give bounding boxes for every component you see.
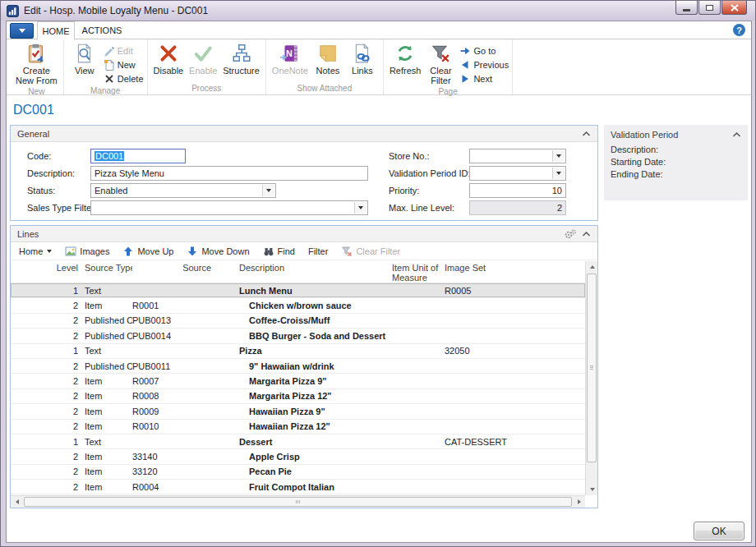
validation-period-id-dropdown-button[interactable] (552, 168, 565, 179)
lines-home-label: Home (19, 246, 43, 256)
table-row[interactable]: 2 Item R0001 Chicken w/brown sauce (11, 298, 585, 313)
table-row[interactable]: 2 Item 33140 Apple Crisp (11, 449, 585, 464)
cell-level: 2 (16, 452, 78, 462)
refresh-button[interactable]: Refresh (387, 41, 424, 76)
disable-button[interactable]: Disable (151, 41, 187, 76)
store-no-dropdown-button[interactable] (552, 150, 565, 162)
cell-source: 33120 (132, 467, 219, 476)
clear-filter-icon (341, 246, 353, 257)
create-new-from-button[interactable]: CreateNew From (13, 41, 60, 86)
table-row[interactable]: 2 Published Offer PUB0014 BBQ Burger - S… (11, 329, 585, 343)
titlebar[interactable]: Edit - Hosp. Mobile Loyalty Menu - DC001 (1, 1, 755, 21)
enable-button[interactable]: Enable (186, 41, 220, 76)
table-row[interactable]: 2 Published Offer PUB0013 Coffee-Croiss/… (11, 314, 585, 329)
general-header[interactable]: General (11, 126, 597, 142)
delete-button[interactable]: Delete (104, 71, 144, 85)
collapse-chevron-icon[interactable] (732, 131, 741, 138)
column-header-source-type[interactable]: Source Type (85, 263, 132, 273)
minimize-button[interactable] (675, 1, 698, 15)
status-label: Status: (27, 186, 55, 195)
lines-clear-filter-button[interactable]: Clear Filter (341, 246, 400, 257)
maximize-button[interactable] (698, 1, 721, 15)
images-button[interactable]: Images (65, 246, 109, 257)
column-header-description[interactable]: Description (239, 263, 392, 273)
scroll-down-button[interactable] (586, 484, 598, 495)
move-up-label: Move Up (137, 246, 173, 256)
collapse-chevron-icon[interactable] (582, 231, 591, 237)
factbox-title: Validation Period (611, 130, 732, 140)
table-row[interactable]: 1 Text Dessert CAT-DESSERT (11, 434, 585, 449)
onenote-button[interactable]: N OneNote (270, 41, 311, 76)
cell-level: 2 (16, 361, 78, 371)
cell-source: PUB0011 (132, 361, 219, 371)
store-no-select[interactable] (469, 149, 566, 163)
table-row[interactable]: 2 Published Offer PUB0011 9" Hawaiian w/… (11, 359, 585, 374)
vertical-scrollbar[interactable] (585, 261, 597, 495)
binoculars-icon (263, 246, 274, 257)
ok-button[interactable]: OK (694, 522, 744, 540)
sales-type-filter-dropdown-button[interactable] (354, 202, 366, 214)
move-down-button[interactable]: Move Down (187, 246, 249, 257)
tab-home[interactable]: HOME (37, 21, 75, 40)
help-button[interactable]: ? (733, 24, 745, 36)
table-row[interactable]: 2 Item R0009 Hawaiian Pizza 9" (11, 404, 585, 419)
table-row[interactable]: 2 Item R0004 Fruit Compot Italian (11, 480, 585, 494)
cell-source: R0001 (132, 301, 219, 310)
chevron-down-icon (358, 206, 363, 209)
status-dropdown-button[interactable] (262, 185, 274, 196)
links-button[interactable]: Links (345, 41, 380, 76)
table-row[interactable]: 2 Item R0010 Hawaiian Pizza 12" (11, 420, 585, 434)
table-row[interactable]: 2 Item 33120 Pecan Pie (11, 465, 585, 480)
app-logo-icon (7, 5, 19, 17)
column-header-level[interactable]: Level (16, 263, 78, 273)
customize-gears-icon[interactable] (564, 229, 577, 239)
lines-home-menu[interactable]: Home (19, 246, 52, 256)
table-row[interactable]: 2 Item R0007 Margarita Pizza 9" (11, 374, 585, 388)
next-button[interactable]: Next (459, 71, 509, 85)
previous-arrow-icon (459, 59, 471, 71)
goto-label: Go to (473, 46, 496, 56)
code-input[interactable]: DC001 (90, 149, 186, 163)
minimize-icon (683, 9, 690, 11)
edit-button[interactable]: Edit (104, 44, 144, 57)
priority-label: Priority: (389, 186, 419, 195)
column-header-item-unit-of-measure[interactable]: Item Unit of Measure (392, 263, 443, 283)
status-select[interactable]: Enabled (90, 183, 276, 198)
lines-header[interactable]: Lines (11, 226, 597, 242)
horizontal-scrollbar[interactable] (11, 495, 585, 508)
clear-filter-button[interactable]: ClearFilter (423, 41, 458, 86)
description-input[interactable]: Pizza Style Menu (90, 166, 368, 181)
cell-source-type: Text (85, 286, 132, 296)
move-up-button[interactable]: Move Up (122, 246, 173, 257)
validation-period-id-select[interactable] (469, 166, 566, 181)
scroll-up-button[interactable] (586, 261, 598, 273)
scroll-right-button[interactable] (573, 496, 585, 508)
arrow-up-icon (122, 246, 134, 257)
cell-level: 2 (16, 315, 78, 325)
cell-description: Dessert (239, 437, 392, 447)
previous-button[interactable]: Previous (459, 57, 509, 71)
goto-arrow-icon (459, 45, 471, 57)
column-header-image-set[interactable]: Image Set (443, 263, 585, 273)
find-button[interactable]: Find (263, 246, 295, 257)
tab-actions[interactable]: ACTIONS (79, 21, 125, 39)
notes-button[interactable]: Notes (311, 41, 345, 76)
table-row[interactable]: 1 Text Pizza 32050 (11, 344, 585, 359)
collapse-chevron-icon[interactable] (582, 131, 591, 137)
scroll-left-button[interactable] (11, 496, 23, 508)
sales-type-filter-select[interactable] (90, 200, 368, 215)
column-header-source[interactable]: Source (132, 263, 219, 273)
table-row[interactable]: 1 Text Lunch Menu R0005 (11, 283, 585, 298)
goto-button[interactable]: Go to (459, 44, 509, 57)
table-row[interactable]: 2 Item R0008 Margarita Pizza 12" (11, 389, 585, 404)
filter-button[interactable]: Filter (308, 246, 328, 256)
new-button[interactable]: New (104, 57, 144, 71)
vertical-scrollbar-thumb[interactable] (587, 274, 597, 462)
view-button[interactable]: View (67, 41, 102, 76)
priority-input[interactable]: 10 (469, 183, 566, 198)
close-button[interactable] (721, 1, 747, 15)
delete-x-icon (104, 73, 115, 85)
horizontal-scrollbar-thumb[interactable] (24, 497, 572, 507)
structure-button[interactable]: Structure (220, 41, 262, 76)
application-menu-button[interactable] (10, 23, 34, 39)
